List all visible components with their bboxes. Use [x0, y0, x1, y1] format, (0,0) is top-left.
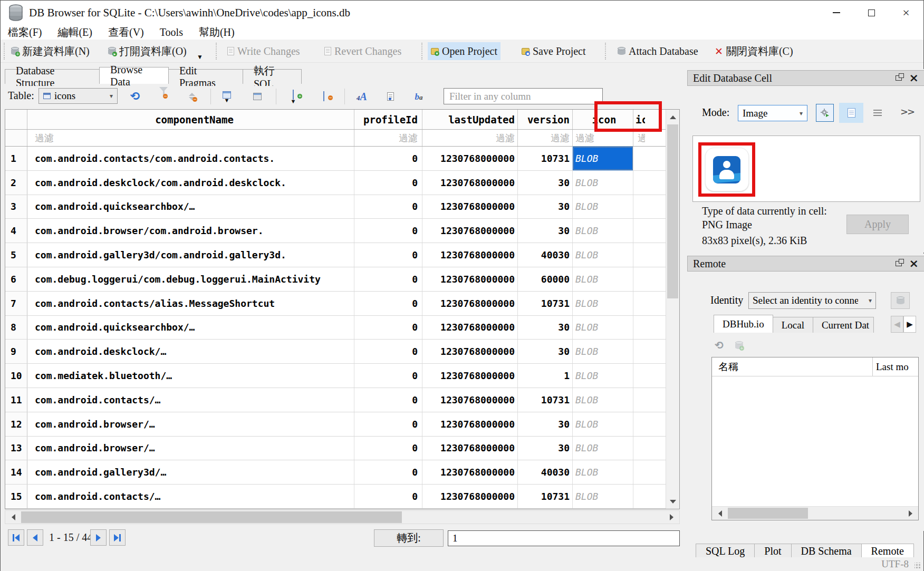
cell-overflow[interactable]: [633, 147, 645, 170]
cell-profileId[interactable]: 0: [354, 364, 422, 388]
scroll-right-icon[interactable]: [665, 511, 678, 524]
cell-profileId[interactable]: 0: [354, 388, 422, 412]
text-mode-button[interactable]: [839, 103, 863, 123]
cell-version[interactable]: 30: [518, 195, 573, 219]
cell-lastUpdated[interactable]: 1230768000000: [422, 388, 518, 412]
font-settings-button[interactable]: 4A: [353, 88, 371, 105]
tab-dbhub[interactable]: DBHub.io: [714, 315, 773, 333]
cell-icon-blob[interactable]: BLOB: [573, 388, 633, 412]
import-data-button[interactable]: [816, 104, 834, 122]
vertical-scroll-thumb[interactable]: [667, 124, 678, 298]
grid-vertical-scrollbar[interactable]: [666, 110, 679, 509]
cell-version[interactable]: 10731: [518, 485, 573, 508]
cell-lastUpdated[interactable]: 1230768000000: [422, 195, 518, 219]
cell-version[interactable]: 10731: [518, 147, 573, 170]
scroll-down-icon[interactable]: [666, 495, 680, 508]
cell-version[interactable]: 30: [518, 316, 573, 340]
cell-profileId[interactable]: 0: [354, 195, 422, 219]
cell-profileId[interactable]: 0: [354, 147, 422, 170]
resize-grip[interactable]: [915, 563, 921, 569]
attach-database-button[interactable]: Attach Database: [614, 42, 701, 60]
cell-overflow[interactable]: [633, 485, 645, 508]
open-database-dropdown-icon[interactable]: ▼: [197, 53, 203, 61]
next-page-button[interactable]: [90, 529, 107, 546]
cell-componentName[interactable]: com.android.quicksearchbox/…: [27, 195, 354, 219]
table-row[interactable]: 5com.android.gallery3d/com.android.galle…: [5, 243, 666, 267]
tab-db-schema[interactable]: DB Schema: [791, 544, 862, 559]
clear-sort-button[interactable]: −: [183, 88, 201, 105]
cell-version[interactable]: 30: [518, 340, 573, 363]
cell-lastUpdated[interactable]: 1230768000000: [422, 460, 518, 484]
clone-database-button[interactable]: [891, 292, 910, 309]
row-number[interactable]: 10: [5, 364, 27, 388]
revert-changes-button[interactable]: Revert Changes: [321, 42, 405, 60]
table-row[interactable]: 8com.android.quicksearchbox/…01230768000…: [5, 316, 666, 340]
cell-lastUpdated[interactable]: 1230768000000: [422, 437, 518, 460]
cell-version[interactable]: 10731: [518, 292, 573, 315]
cell-overflow[interactable]: [633, 340, 645, 363]
cell-componentName[interactable]: com.android.quicksearchbox/…: [27, 316, 354, 340]
row-number[interactable]: 7: [5, 292, 27, 315]
cell-profileId[interactable]: 0: [354, 219, 422, 243]
cell-icon-blob[interactable]: BLOB: [573, 267, 633, 291]
new-database-button[interactable]: + 新建資料庫(N): [8, 42, 93, 60]
cell-componentName[interactable]: com.android.contacts/alias.MessageShortc…: [27, 292, 354, 315]
cell-version[interactable]: 10731: [518, 388, 573, 412]
tab-execute-sql[interactable]: 執行 SQL: [243, 69, 302, 84]
table-row[interactable]: 15com.android.contacts/…0123076800000010…: [5, 485, 666, 509]
minimize-button[interactable]: [819, 1, 854, 25]
print-button[interactable]: [248, 88, 266, 105]
table-row[interactable]: 11com.android.contacts/…0123076800000010…: [5, 388, 666, 412]
cell-version[interactable]: 30: [518, 219, 573, 243]
cell-componentName[interactable]: com.android.browser/…: [27, 437, 354, 460]
encoding-label[interactable]: UTF-8: [881, 558, 909, 570]
previous-page-button[interactable]: [27, 529, 43, 546]
cell-lastUpdated[interactable]: 1230768000000: [422, 316, 518, 340]
cell-componentName[interactable]: com.android.gallery3d/com.android.galler…: [27, 243, 354, 267]
open-project-button[interactable]: ▾ Open Project: [428, 42, 500, 60]
cell-icon-blob[interactable]: BLOB: [573, 171, 633, 195]
row-number[interactable]: 1: [5, 147, 27, 170]
cell-version[interactable]: 30: [518, 412, 573, 436]
cell-componentName[interactable]: com.android.deskclock/…: [27, 340, 354, 363]
table-row[interactable]: 6com.debug.loggerui/com.debug.loggerui.M…: [5, 267, 666, 292]
close-database-button[interactable]: ✕ 關閉資料庫(C): [711, 42, 796, 60]
column-header-icon[interactable]: icon: [573, 110, 633, 129]
cell-overflow[interactable]: [633, 412, 645, 436]
first-record-button[interactable]: [8, 529, 24, 546]
column-header-lastUpdated[interactable]: lastUpdated: [422, 110, 518, 129]
cell-overflow[interactable]: [633, 171, 645, 195]
cell-icon-blob[interactable]: BLOB: [573, 219, 633, 243]
filter-input-profile[interactable]: 過濾: [354, 130, 422, 146]
row-number[interactable]: 8: [5, 316, 27, 340]
column-header-version[interactable]: version: [518, 110, 573, 129]
tab-remote[interactable]: Remote: [861, 544, 914, 559]
maximize-button[interactable]: [854, 1, 889, 25]
scroll-left-icon[interactable]: [6, 511, 20, 524]
cell-icon-blob[interactable]: BLOB: [573, 292, 633, 315]
filter-input-icon[interactable]: 過濾: [573, 130, 633, 146]
cell-icon-blob[interactable]: BLOB: [573, 316, 633, 340]
row-number[interactable]: 12: [5, 412, 27, 436]
filter-input-updated[interactable]: 過濾: [422, 130, 518, 146]
row-number[interactable]: 5: [5, 243, 27, 267]
clear-filters-button[interactable]: −: [155, 88, 172, 105]
row-number[interactable]: 2: [5, 171, 27, 195]
last-record-button[interactable]: [109, 529, 126, 546]
identity-select[interactable]: Select an identity to conne ▾: [748, 292, 876, 309]
tab-edit-pragmas[interactable]: Edit Pragmas: [168, 69, 243, 84]
cell-profileId[interactable]: 0: [354, 243, 422, 267]
cell-componentName[interactable]: com.android.browser/…: [27, 412, 354, 436]
cell-icon-blob[interactable]: BLOB: [573, 485, 633, 508]
row-number[interactable]: 15: [5, 485, 27, 508]
tab-plot[interactable]: Plot: [754, 544, 791, 559]
cell-lastUpdated[interactable]: 1230768000000: [422, 412, 518, 436]
cell-componentName[interactable]: com.android.browser/com.android.browser.: [27, 219, 354, 243]
cell-profileId[interactable]: 0: [354, 485, 422, 508]
mode-select[interactable]: Image ▾: [738, 105, 807, 121]
remote-clone-icon[interactable]: +: [735, 341, 743, 350]
remote-scroll-thumb[interactable]: [728, 508, 808, 519]
row-number[interactable]: 13: [5, 437, 27, 460]
word-wrap-button[interactable]: [869, 104, 887, 122]
save-results-button[interactable]: ▼: [218, 88, 236, 105]
